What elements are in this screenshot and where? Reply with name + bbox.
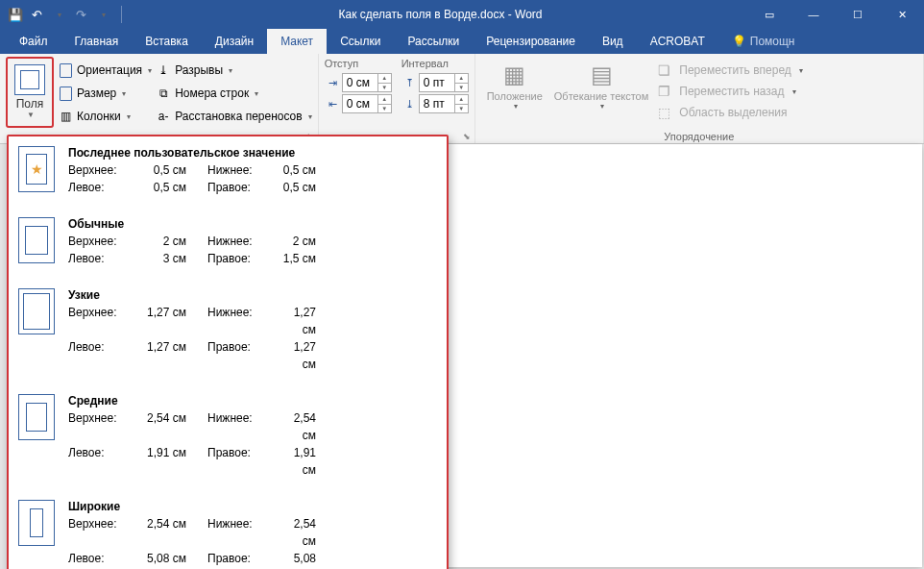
group-paragraph: Отступ ⇥▲▼ ⇤▲▼ Интервал ⤒▲▼ ⤓▲▼ ⬊ [319, 54, 475, 143]
tab-review[interactable]: Рецензирование [473, 29, 589, 54]
group-page-setup: Поля ▼ Ориентация▾ Размер▾ ▥Колонки▾ ⤓Ра… [0, 54, 319, 143]
tab-design[interactable]: Дизайн [202, 29, 267, 54]
wrap-icon: ▤ [586, 60, 617, 90]
margins-icon [14, 64, 45, 95]
bring-forward-button[interactable]: ❏Переместить вперед▾ [654, 60, 806, 81]
hyphenation-icon: a- [156, 109, 171, 124]
bulb-icon: 💡 [732, 35, 746, 48]
preset-title: Средние [68, 394, 435, 408]
orientation-icon [58, 62, 73, 78]
spacing-label: Интервал [401, 58, 469, 69]
margins-dropdown: Последнее пользовательское значение Верх… [7, 135, 449, 569]
margins-preset-wide[interactable]: Широкие Верхнее:2,54 см Нижнее:2,54 см Л… [9, 490, 447, 569]
ribbon-tabs: Файл Главная Вставка Дизайн Макет Ссылки… [0, 29, 924, 54]
space-before-icon: ⤒ [401, 74, 419, 91]
group-label: Упорядочение [475, 131, 923, 142]
indent-left-input[interactable]: ⇥▲▼ [325, 73, 392, 92]
size-button[interactable]: Размер▾ [58, 83, 152, 104]
breaks-button[interactable]: ⤓Разрывы▾ [156, 60, 312, 81]
tab-home[interactable]: Главная [61, 29, 133, 54]
chevron-down-icon: ▼ [27, 111, 35, 119]
orientation-button[interactable]: Ориентация▾ [58, 60, 152, 81]
preset-title: Обычные [68, 217, 435, 231]
margins-button[interactable]: Поля ▼ [10, 61, 50, 119]
preset-icon [18, 394, 55, 440]
redo-icon[interactable]: ↷ [73, 7, 88, 22]
preset-icon [18, 500, 55, 546]
tab-file[interactable]: Файл [6, 29, 61, 54]
qat-customize-icon[interactable]: ▾ [96, 7, 111, 22]
preset-title: Последнее пользовательское значение [68, 146, 435, 160]
forward-icon: ❏ [658, 62, 673, 78]
preset-title: Широкие [68, 500, 435, 513]
space-before-input[interactable]: ⤒▲▼ [401, 73, 469, 92]
preset-title: Узкие [68, 288, 435, 302]
indent-right-input[interactable]: ⇤▲▼ [325, 94, 392, 113]
position-button[interactable]: ▦Положение▾ [481, 57, 548, 128]
dialog-launcher-icon[interactable]: ⬊ [463, 132, 471, 141]
selection-pane-button[interactable]: ⬚Область выделения [654, 102, 806, 123]
preset-icon [18, 146, 55, 192]
tab-references[interactable]: Ссылки [327, 29, 394, 54]
columns-button[interactable]: ▥Колонки▾ [58, 106, 152, 127]
line-numbers-icon: ⧉ [156, 86, 171, 101]
breaks-icon: ⤓ [156, 62, 171, 78]
tell-me[interactable]: 💡Помощн [718, 29, 809, 54]
window-title: Как сделать поля в Ворде.docx - Word [134, 8, 747, 21]
close-button[interactable]: ✕ [880, 0, 924, 29]
margins-preset-narrow[interactable]: Узкие Верхнее:1,27 см Нижнее:1,27 см Лев… [9, 279, 447, 384]
space-after-icon: ⤓ [401, 95, 419, 112]
columns-icon: ▥ [58, 109, 73, 124]
group-arrange: ▦Положение▾ ▤Обтекание текстом▾ ❏Перемес… [475, 54, 924, 143]
undo-more-icon[interactable]: ▾ [52, 7, 67, 22]
line-numbers-button[interactable]: ⧉Номера строк▾ [156, 83, 312, 104]
indent-left-icon: ⇥ [325, 74, 342, 91]
backward-icon: ❐ [658, 84, 673, 99]
selection-icon: ⬚ [658, 105, 673, 120]
preset-icon [18, 288, 55, 334]
tab-insert[interactable]: Вставка [132, 29, 202, 54]
send-backward-button[interactable]: ❐Переместить назад▾ [654, 81, 806, 102]
preset-icon [18, 217, 55, 263]
undo-icon[interactable]: ↶ [29, 7, 44, 22]
indent-right-icon: ⇤ [325, 95, 342, 112]
margins-preset-normal[interactable]: Обычные Верхнее:2 см Нижнее:2 см Левое:3… [9, 208, 447, 279]
size-icon [58, 86, 73, 101]
tab-acrobat[interactable]: ACROBAT [637, 29, 718, 54]
maximize-button[interactable]: ☐ [836, 0, 880, 29]
title-bar: 💾 ↶ ▾ ↷ ▾ Как сделать поля в Ворде.docx … [0, 0, 924, 29]
margins-preset-last[interactable]: Последнее пользовательское значение Верх… [9, 136, 447, 208]
ribbon: Поля ▼ Ориентация▾ Размер▾ ▥Колонки▾ ⤓Ра… [0, 54, 924, 144]
save-icon[interactable]: 💾 [8, 7, 23, 22]
indent-label: Отступ [325, 58, 392, 69]
quick-access-toolbar: 💾 ↶ ▾ ↷ ▾ [0, 6, 134, 23]
tab-mailings[interactable]: Рассылки [394, 29, 473, 54]
ribbon-options-icon[interactable]: ▭ [747, 0, 791, 29]
space-after-input[interactable]: ⤓▲▼ [401, 94, 469, 113]
position-icon: ▦ [499, 60, 530, 90]
margins-preset-medium[interactable]: Средние Верхнее:2,54 см Нижнее:2,54 см Л… [9, 384, 447, 490]
wrap-text-button[interactable]: ▤Обтекание текстом▾ [548, 57, 655, 128]
tab-layout[interactable]: Макет [267, 29, 327, 54]
tab-view[interactable]: Вид [589, 29, 637, 54]
hyphenation-button[interactable]: a-Расстановка переносов▾ [156, 106, 312, 127]
minimize-button[interactable]: — [791, 0, 836, 29]
